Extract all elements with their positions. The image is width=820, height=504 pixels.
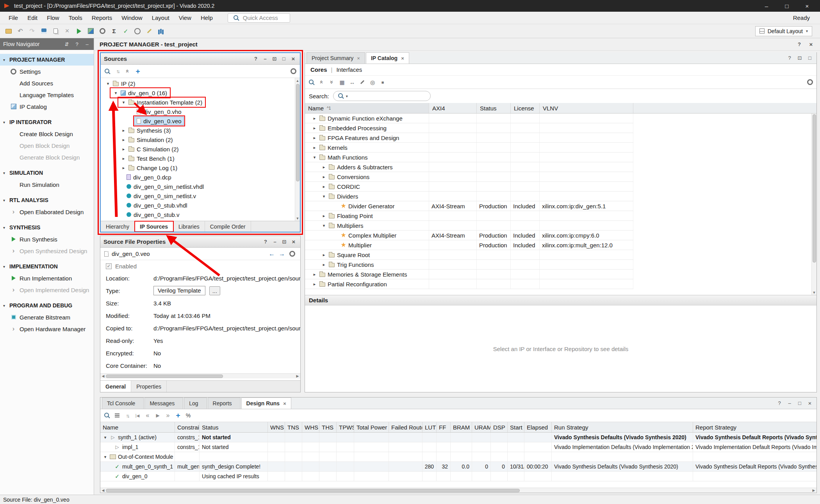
percent-icon[interactable] — [184, 411, 193, 420]
play-icon[interactable] — [153, 411, 162, 420]
column-header[interactable]: Status — [477, 103, 511, 113]
column-header[interactable]: Start — [508, 422, 524, 432]
expand-chevron-icon[interactable] — [312, 155, 317, 160]
catalog-row[interactable]: Dynamic Function eXchange — [305, 114, 633, 123]
create-run-icon[interactable] — [174, 411, 182, 420]
menu-item[interactable]: Reports — [87, 13, 117, 23]
console-tab[interactable]: Design Runs × — [241, 398, 291, 409]
minimize-icon[interactable] — [262, 55, 269, 62]
help-icon[interactable] — [262, 238, 269, 245]
column-header[interactable]: Name — [100, 422, 175, 432]
settings-gear-icon[interactable] — [289, 67, 298, 76]
catalog-row[interactable]: Conversions — [305, 172, 633, 182]
column-header[interactable]: WNS — [268, 422, 285, 432]
flow-nav-item[interactable]: ▾ Run Simulation — [0, 179, 94, 190]
back-arrow-icon[interactable] — [267, 250, 276, 258]
expand-chevron-icon[interactable] — [312, 116, 317, 121]
menu-item[interactable]: Layout — [147, 13, 174, 23]
enabled-checkbox[interactable] — [106, 263, 112, 269]
sort-icon[interactable] — [113, 67, 122, 76]
flow-nav-item[interactable]: ▾ PROJECT MANAGER — [0, 54, 94, 66]
expand-chevron-icon[interactable] — [321, 213, 326, 218]
expand-chevron-icon[interactable] — [321, 165, 326, 170]
help-icon[interactable] — [786, 55, 793, 62]
flow-nav-item[interactable]: ▾ RTL ANALYSIS — [0, 194, 94, 206]
source-tree-item[interactable]: div_gen_0_sim_netlist.v — [101, 191, 300, 201]
fast-backward-icon[interactable] — [143, 411, 152, 420]
step-to-start-icon[interactable] — [133, 411, 142, 420]
document-tab[interactable]: IP Catalog × — [366, 52, 409, 64]
search-icon[interactable] — [103, 411, 111, 420]
column-header[interactable]: Report Strategy — [693, 422, 817, 432]
properties-view-tab[interactable]: General — [100, 381, 131, 392]
run-row[interactable]: impl_1 constrs_1 Not started Vivado Impl… — [100, 442, 816, 452]
expand-chevron-icon[interactable] — [321, 252, 326, 257]
catalog-row[interactable]: Divider Generator AXI4-Stream Production… — [305, 201, 633, 211]
float-icon[interactable] — [796, 55, 803, 62]
expand-chevron-icon[interactable] — [321, 184, 326, 189]
settings-gear-icon[interactable] — [98, 27, 107, 36]
expand-chevron-icon[interactable] — [312, 282, 317, 287]
expand-chevron-icon[interactable] — [105, 81, 111, 86]
close-icon[interactable] — [804, 2, 811, 9]
column-header[interactable]: URAM — [472, 422, 491, 432]
scroll-down-icon[interactable]: ▼ — [812, 290, 816, 295]
undo-icon[interactable] — [16, 27, 25, 36]
catalog-row[interactable]: Memories & Storage Elements — [305, 270, 633, 279]
scrollbar-thumb[interactable] — [813, 114, 816, 263]
menu-item[interactable]: Tools — [64, 13, 87, 23]
scrollbar-thumb[interactable] — [106, 489, 520, 492]
source-tree-item[interactable]: div_gen_0.dcp — [101, 172, 300, 182]
flow-nav-item[interactable]: ▾ Open Elaborated Design — [0, 206, 94, 218]
document-tab[interactable]: Project Summary × — [307, 52, 365, 64]
minimize-icon[interactable] — [763, 2, 770, 9]
catalog-row[interactable]: Complex Multiplier AXI4-Stream Productio… — [305, 231, 633, 240]
flow-nav-item[interactable]: ▾ Add Sources — [0, 77, 94, 89]
column-header[interactable]: Run Strategy — [552, 422, 693, 432]
menu-item[interactable]: Flow — [42, 13, 64, 23]
run-icon[interactable] — [74, 27, 84, 36]
run-row[interactable]: mult_gen_0_synth_1 mult_gen_0 synth_desi… — [100, 462, 816, 472]
column-header[interactable]: BRAM — [451, 422, 472, 432]
help-icon[interactable] — [776, 400, 783, 407]
column-header[interactable]: Constraints — [175, 422, 200, 432]
save-icon[interactable] — [39, 27, 48, 36]
column-header[interactable]: FF — [437, 422, 451, 432]
open-project-icon[interactable] — [4, 27, 13, 36]
search-icon[interactable] — [307, 78, 316, 87]
vertical-scrollbar[interactable]: ▲ ▼ — [295, 78, 300, 221]
flow-nav-item[interactable]: ▾ Create Block Design — [0, 128, 94, 140]
maximize-icon[interactable] — [796, 400, 803, 407]
expand-chevron-icon[interactable] — [121, 128, 126, 133]
menu-item[interactable]: Window — [117, 13, 147, 23]
catalog-row[interactable]: Multiplier Production Included xilinx.co… — [305, 240, 633, 250]
maximize-icon[interactable] — [806, 55, 813, 62]
scroll-left-icon[interactable]: ◀ — [100, 488, 106, 492]
flow-nav-item[interactable]: ▾ Run Implementation — [0, 272, 94, 284]
float-icon[interactable] — [281, 238, 288, 245]
add-sources-icon[interactable] — [134, 67, 142, 76]
expand-chevron-icon[interactable] — [121, 100, 126, 105]
filter-icon[interactable] — [113, 411, 121, 420]
settings-gear-icon[interactable] — [288, 250, 296, 258]
menu-item[interactable]: View — [174, 13, 196, 23]
run-row[interactable]: Out-of-Context Module Runs — [100, 452, 816, 462]
sort-icon[interactable]: ⇵ — [63, 41, 70, 48]
float-icon[interactable] — [271, 55, 278, 62]
collapse-all-icon[interactable] — [123, 67, 132, 76]
flow-nav-item[interactable]: ▾ Settings — [0, 66, 94, 77]
help-icon[interactable] — [796, 41, 803, 48]
flow-nav-item[interactable]: ▾ IMPLEMENTATION — [0, 261, 94, 272]
console-tab[interactable]: Log — [184, 398, 207, 409]
timing-icon[interactable] — [133, 27, 142, 36]
expand-chevron-icon[interactable] — [121, 137, 126, 142]
flow-nav-item[interactable]: ▾ IP Catalog — [0, 101, 94, 112]
console-tab[interactable]: Messages — [144, 398, 183, 409]
column-header[interactable]: TPWS — [337, 422, 354, 432]
scroll-right-icon[interactable]: ▶ — [295, 374, 300, 378]
sources-view-tab[interactable]: Libraries — [173, 221, 205, 232]
minimize-icon[interactable] — [786, 400, 793, 407]
expand-chevron-icon[interactable] — [121, 147, 126, 152]
flow-nav-item[interactable]: ▾ Generate Block Design — [0, 151, 94, 163]
source-tree-item[interactable]: div_gen_0.vho — [101, 107, 300, 116]
